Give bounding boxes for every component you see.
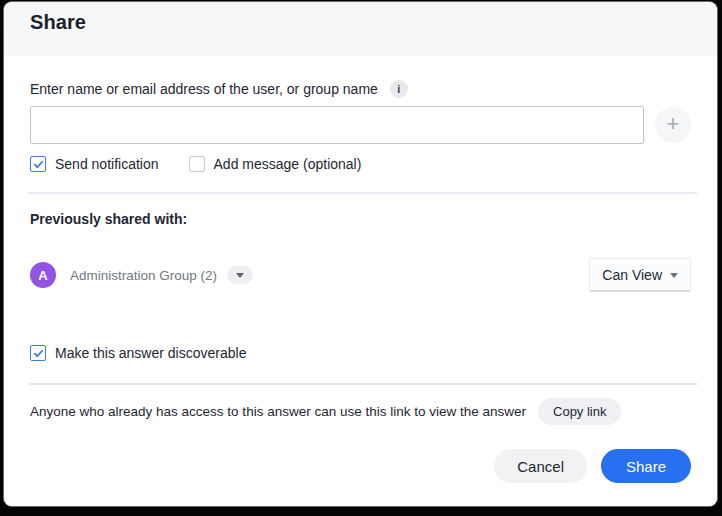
- share-link-text: Anyone who already has access to this an…: [30, 404, 526, 419]
- shared-group-name: Administration Group (2): [70, 268, 217, 283]
- discoverable-label: Make this answer discoverable: [55, 345, 246, 361]
- dialog-body: Enter name or email address of the user,…: [4, 56, 717, 426]
- recipient-label: Enter name or email address of the user,…: [30, 81, 378, 97]
- plus-icon: +: [667, 113, 680, 135]
- expand-group-button[interactable]: [227, 266, 253, 284]
- add-message-label: Add message (optional): [214, 156, 362, 172]
- recipient-input-row: +: [30, 106, 691, 144]
- send-notification-checkbox[interactable]: [30, 156, 46, 172]
- share-button[interactable]: Share: [601, 449, 691, 483]
- checkmark-icon: [33, 348, 44, 359]
- discoverable-row: Make this answer discoverable: [30, 345, 691, 361]
- divider: [28, 383, 697, 385]
- cancel-button[interactable]: Cancel: [494, 449, 587, 483]
- divider: [28, 192, 697, 194]
- add-recipient-button[interactable]: +: [655, 107, 691, 143]
- permission-dropdown[interactable]: Can View: [589, 258, 691, 292]
- dialog-footer: Cancel Share: [4, 426, 717, 506]
- dialog-title: Share: [30, 11, 691, 34]
- permission-value: Can View: [602, 267, 662, 283]
- chevron-down-icon: [236, 273, 244, 278]
- send-notification-label: Send notification: [55, 156, 159, 172]
- previously-shared-label: Previously shared with:: [30, 211, 691, 227]
- add-message-checkbox[interactable]: [189, 156, 205, 172]
- notification-options-row: Send notification Add message (optional): [30, 156, 691, 172]
- copy-link-button[interactable]: Copy link: [538, 398, 621, 425]
- avatar: A: [30, 262, 56, 288]
- shared-entry-row: A Administration Group (2) Can View: [30, 258, 691, 292]
- checkmark-icon: [33, 159, 44, 170]
- info-icon[interactable]: i: [390, 80, 408, 98]
- share-link-row: Anyone who already has access to this an…: [30, 398, 691, 425]
- recipient-input[interactable]: [30, 106, 644, 144]
- discoverable-checkbox[interactable]: [30, 345, 46, 361]
- chevron-down-icon: [670, 273, 678, 278]
- recipient-label-row: Enter name or email address of the user,…: [30, 80, 691, 98]
- share-dialog: Share Enter name or email address of the…: [4, 2, 717, 506]
- dialog-header: Share: [4, 2, 717, 56]
